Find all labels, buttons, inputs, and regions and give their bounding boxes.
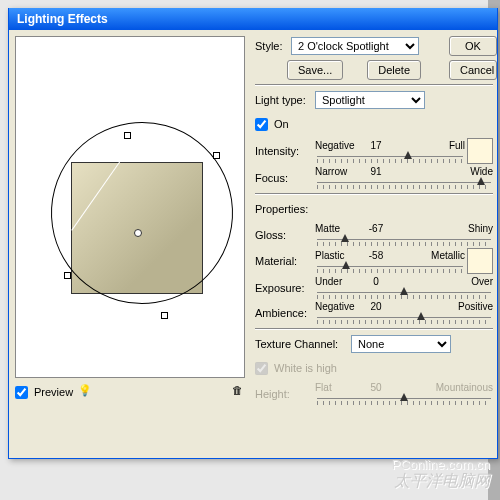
ellipse-handle[interactable]: [161, 312, 168, 319]
preview-canvas[interactable]: [15, 36, 245, 378]
properties-label: Properties:: [255, 203, 308, 215]
light-type-label: Light type:: [255, 94, 311, 106]
gloss-slider[interactable]: [317, 234, 491, 246]
height-label: Height:: [255, 388, 313, 400]
light-ellipse[interactable]: [18, 89, 267, 338]
ellipse-handle[interactable]: [124, 132, 131, 139]
focus-label: Focus:: [255, 172, 313, 184]
gloss-label: Gloss:: [255, 229, 313, 241]
preview-checkbox[interactable]: [15, 386, 28, 399]
exposure-label: Exposure:: [255, 282, 313, 294]
on-checkbox[interactable]: [255, 118, 268, 131]
save-button[interactable]: Save...: [287, 60, 343, 80]
on-label: On: [274, 118, 289, 130]
title-bar[interactable]: Lighting Effects: [9, 8, 497, 30]
intensity-slider[interactable]: [317, 151, 463, 163]
focus-slider[interactable]: [317, 177, 491, 189]
ellipse-handle[interactable]: [213, 152, 220, 159]
white-is-high-checkbox: [255, 362, 268, 375]
lightbulb-icon[interactable]: 💡: [77, 384, 93, 400]
material-color-swatch[interactable]: [467, 248, 493, 274]
watermark: PConline.com.cn: [392, 457, 490, 472]
trash-icon[interactable]: 🗑: [229, 384, 245, 400]
lighting-effects-dialog: Lighting Effects Preview 💡 🗑: [8, 8, 498, 459]
ambience-slider[interactable]: [317, 312, 491, 324]
ok-button[interactable]: OK: [449, 36, 497, 56]
style-select[interactable]: 2 O'clock Spotlight: [291, 37, 419, 55]
cancel-button[interactable]: Cancel: [449, 60, 497, 80]
material-label: Material:: [255, 255, 313, 267]
height-slider: [317, 393, 491, 405]
ellipse-handle[interactable]: [64, 272, 71, 279]
light-center-handle[interactable]: [134, 229, 142, 237]
material-slider[interactable]: [317, 261, 463, 273]
ambience-label: Ambience:: [255, 307, 313, 319]
intensity-color-swatch[interactable]: [467, 138, 493, 164]
preview-label: Preview: [34, 386, 73, 398]
white-is-high-label: White is high: [274, 362, 337, 374]
watermark-cn: 太平洋电脑网: [394, 471, 490, 492]
light-type-select[interactable]: Spotlight: [315, 91, 425, 109]
delete-button[interactable]: Delete: [367, 60, 421, 80]
intensity-label: Intensity:: [255, 145, 313, 157]
texture-channel-label: Texture Channel:: [255, 338, 347, 350]
texture-channel-select[interactable]: None: [351, 335, 451, 353]
style-label: Style:: [255, 40, 287, 52]
exposure-slider[interactable]: [317, 287, 491, 299]
